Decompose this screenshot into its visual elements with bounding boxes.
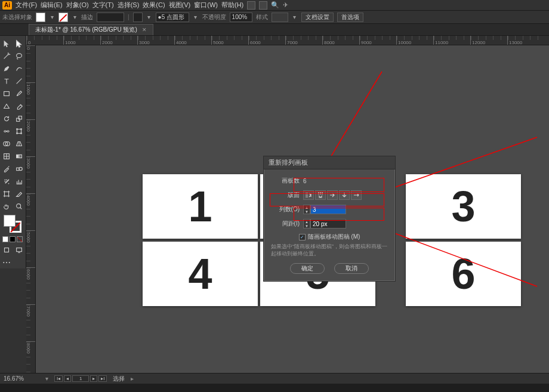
- ruler-horizontal: 010002000 300040005000 600070008000 9000…: [26, 36, 549, 45]
- menu-select[interactable]: 选择(S): [118, 1, 140, 10]
- curvature-tool[interactable]: [13, 62, 26, 75]
- bottom-strip: [0, 384, 549, 392]
- chevron-down-icon[interactable]: ▾: [292, 14, 298, 20]
- move-artwork-label: 随画板移动图稿 (M): [308, 233, 360, 241]
- spinner-up-icon[interactable]: ▲: [304, 205, 310, 209]
- width-tool[interactable]: [0, 125, 13, 137]
- document-setup-button[interactable]: 文档设置: [301, 13, 334, 22]
- zoom-tool[interactable]: [13, 200, 26, 212]
- artboard[interactable]: 6: [406, 242, 521, 306]
- spacing-field[interactable]: ▲▼: [303, 219, 346, 229]
- chevron-down-icon[interactable]: ▾: [193, 14, 199, 20]
- mesh-tool[interactable]: [0, 150, 13, 162]
- layout-col-button[interactable]: [339, 190, 350, 200]
- symbol-sprayer-tool[interactable]: [0, 175, 13, 187]
- artboard-count-value: 6: [303, 178, 307, 184]
- style-field[interactable]: [272, 13, 288, 22]
- document-tab[interactable]: 未标题-1* @ 16.67% (RGB/GPU 预览) ✕: [29, 24, 153, 35]
- fill-dropdown-icon[interactable]: ▾: [49, 14, 55, 20]
- free-transform-tool[interactable]: [13, 125, 26, 137]
- lasso-tool[interactable]: [13, 50, 26, 62]
- menu-object[interactable]: 对象(O): [66, 1, 89, 10]
- type-tool[interactable]: [0, 75, 13, 87]
- paintbrush-tool[interactable]: [13, 87, 26, 100]
- opacity-field[interactable]: 100%: [230, 13, 252, 22]
- artboard-nav[interactable]: I◂ ◂ 1 ▸ ▸I: [54, 375, 107, 382]
- artboard[interactable]: 4: [143, 242, 258, 306]
- eyedropper-tool[interactable]: [0, 162, 13, 175]
- pen-tool[interactable]: [0, 62, 13, 75]
- layout-row-button[interactable]: [327, 190, 338, 200]
- fill-stroke-swatch[interactable]: [4, 215, 21, 233]
- spacing-input[interactable]: [310, 219, 346, 229]
- menu-type[interactable]: 文字(T): [92, 1, 114, 10]
- layout-grid-col-button[interactable]: [315, 190, 326, 200]
- spinner-up-icon[interactable]: ▲: [304, 220, 310, 224]
- menu-window[interactable]: 窗口(W): [194, 1, 218, 10]
- menu-edit[interactable]: 编辑(E): [41, 1, 63, 10]
- chevron-down-icon[interactable]: ▾: [146, 14, 152, 20]
- artboard-tool[interactable]: [0, 187, 13, 200]
- nav-current[interactable]: 1: [72, 375, 89, 382]
- current-tool-label: 选择: [113, 375, 125, 383]
- rotate-tool[interactable]: [0, 112, 13, 125]
- perspective-tool[interactable]: [13, 137, 26, 150]
- preferences-button[interactable]: 首选项: [337, 13, 363, 22]
- stroke-dropdown-icon[interactable]: ▾: [72, 14, 78, 20]
- control-bar: 未选择对象 ▾ ▾ 描边 | ▾ ● 5 点圆形▾ 不透明度 100% 样式 ▾…: [0, 11, 549, 24]
- blend-tool[interactable]: [13, 162, 26, 175]
- color-mode-row[interactable]: [0, 235, 26, 243]
- varwidth-field[interactable]: [133, 13, 143, 22]
- shape-builder-tool[interactable]: [0, 137, 13, 150]
- hand-tool[interactable]: [0, 200, 13, 212]
- menu-file[interactable]: 文件(F): [16, 1, 37, 10]
- gradient-tool[interactable]: [13, 150, 26, 162]
- graph-tool[interactable]: [13, 175, 26, 187]
- brush-field[interactable]: ● 5 点圆形: [156, 13, 189, 22]
- send-icon[interactable]: ✈: [283, 1, 288, 9]
- stroke-weight-field[interactable]: [97, 13, 124, 22]
- spinner-down-icon[interactable]: ▼: [304, 224, 310, 228]
- stroke-swatch[interactable]: [58, 13, 68, 22]
- scale-tool[interactable]: [13, 112, 26, 125]
- magic-wand-tool[interactable]: [0, 50, 13, 62]
- ok-button[interactable]: 确定: [290, 263, 325, 274]
- stock-icon[interactable]: [247, 1, 255, 10]
- artboard[interactable]: 3: [406, 174, 521, 239]
- menu-effect[interactable]: 效果(C): [143, 1, 165, 10]
- layout-rtl-button[interactable]: [351, 190, 362, 200]
- layout-grid-row-button[interactable]: [303, 190, 314, 200]
- columns-field[interactable]: ▲▼: [303, 205, 346, 214]
- chevron-down-icon[interactable]: ▾: [45, 375, 48, 382]
- tools-panel: ⋯: [0, 36, 26, 268]
- draw-mode-normal[interactable]: [0, 243, 13, 256]
- zoom-field[interactable]: 16.67%: [4, 375, 39, 382]
- nav-next-icon[interactable]: ▸: [90, 375, 97, 382]
- columns-input[interactable]: [310, 205, 346, 214]
- search-icon[interactable]: 🔍: [271, 1, 279, 9]
- menu-view[interactable]: 视图(V): [169, 1, 191, 10]
- menu-help[interactable]: 帮助(H): [221, 1, 243, 10]
- line-tool[interactable]: [13, 75, 26, 87]
- nav-prev-icon[interactable]: ◂: [64, 375, 71, 382]
- artboard[interactable]: 1: [143, 174, 258, 239]
- layout-label: 版面: [271, 191, 300, 199]
- spinner-down-icon[interactable]: ▼: [304, 209, 310, 214]
- status-menu-icon[interactable]: ▸: [131, 375, 134, 382]
- fill-swatch[interactable]: [36, 13, 45, 22]
- direct-selection-tool[interactable]: [13, 37, 26, 50]
- eraser-tool[interactable]: [13, 100, 26, 112]
- arrange-icon[interactable]: [259, 1, 267, 10]
- rectangle-tool[interactable]: [0, 87, 13, 100]
- nav-last-icon[interactable]: ▸I: [98, 375, 107, 382]
- screen-mode[interactable]: [13, 243, 26, 256]
- move-artwork-checkbox[interactable]: ✓: [299, 234, 306, 240]
- edit-toolbar[interactable]: ⋯: [0, 256, 13, 268]
- selection-tool[interactable]: [0, 37, 13, 50]
- nav-first-icon[interactable]: I◂: [54, 375, 63, 382]
- cancel-button[interactable]: 取消: [334, 263, 369, 274]
- slice-tool[interactable]: [13, 187, 26, 200]
- close-icon[interactable]: ✕: [142, 27, 147, 33]
- shaper-tool[interactable]: [0, 100, 13, 112]
- stroke-label: 描边: [81, 13, 93, 21]
